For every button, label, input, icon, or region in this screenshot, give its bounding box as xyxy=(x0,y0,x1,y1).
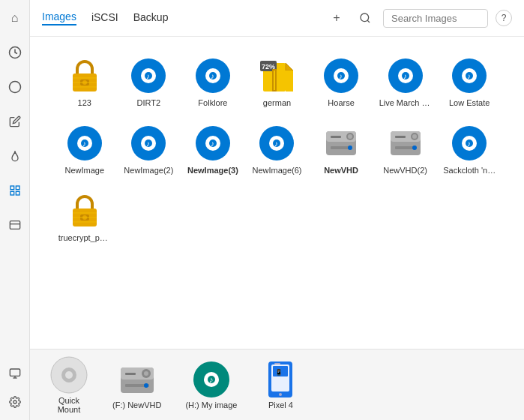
sidebar-icon-disk[interactable] xyxy=(4,214,25,236)
sidebar-icon-flame[interactable] xyxy=(4,146,25,166)
bottom-item-quickmount[interactable]: QuickMount xyxy=(45,352,93,417)
pixel4-icon: 📱 xyxy=(261,360,300,399)
item-label: german xyxy=(263,98,291,107)
sidebar-icon-grid[interactable] xyxy=(4,180,25,201)
list-item[interactable]: NewVHD xyxy=(309,119,373,179)
list-item[interactable]: ♪ DIRT2 xyxy=(117,52,181,112)
list-item[interactable]: ♪ Folklore xyxy=(181,52,245,112)
svg-rect-31 xyxy=(286,70,293,92)
item-icon-newimage3: ♪ xyxy=(193,124,232,163)
item-icon-dirt2: ♪ xyxy=(129,56,168,95)
bottom-item-hmyimage[interactable]: ♪ (H:) My image xyxy=(181,357,241,412)
item-label: Folklore xyxy=(198,98,227,107)
svg-rect-75 xyxy=(395,136,406,138)
svg-point-67 xyxy=(348,134,352,139)
item-icon-german: 72% xyxy=(257,56,296,95)
list-item[interactable]: ♪ Sackcloth 'n' A... xyxy=(437,119,502,179)
bottom-bar: QuickMount (F:) NewVHD xyxy=(30,349,524,420)
svg-rect-4 xyxy=(10,191,14,195)
item-label: NewVHD xyxy=(324,166,358,175)
bottom-item-fnewvhd[interactable]: (F:) NewVHD xyxy=(108,357,166,412)
main-panel: Images iSCSI Backup + ? xyxy=(30,0,524,420)
item-label: Hoarse xyxy=(328,98,354,107)
item-label: DIRT2 xyxy=(137,98,161,107)
svg-text:📱: 📱 xyxy=(275,368,283,376)
list-item[interactable]: NewVHD(2) xyxy=(373,119,438,179)
item-icon-newvhd2 xyxy=(386,124,425,163)
svg-text:♪: ♪ xyxy=(467,72,471,80)
list-item[interactable]: ♪ NewImage(2) xyxy=(117,119,181,179)
item-label: Sackcloth 'n' A... xyxy=(443,166,496,175)
item-icon-folklore: ♪ xyxy=(193,56,232,95)
item-icon-123 xyxy=(65,56,104,95)
list-item[interactable]: ♪ Live March 20... xyxy=(373,52,438,112)
list-item[interactable]: ♪ Hoarse xyxy=(309,52,373,112)
item-label: NewVHD(2) xyxy=(383,166,427,175)
svg-rect-6 xyxy=(10,221,19,230)
item-icon-newimage2: ♪ xyxy=(129,124,168,163)
svg-text:♪: ♪ xyxy=(211,140,214,148)
list-item[interactable]: 72% german xyxy=(245,52,310,112)
svg-point-12 xyxy=(361,14,369,22)
sidebar: ⌂ xyxy=(0,0,30,420)
bottom-item-pixel4[interactable]: 📱 Pixel 4 xyxy=(256,357,304,412)
svg-rect-95 xyxy=(125,373,136,375)
svg-point-70 xyxy=(348,146,352,150)
bottom-item-label: QuickMount xyxy=(58,396,81,414)
help-button[interactable]: ? xyxy=(496,10,512,26)
svg-rect-5 xyxy=(16,191,19,195)
list-item[interactable]: truecrypt_pass... xyxy=(52,187,117,247)
quickmount-icon xyxy=(49,356,88,394)
svg-point-11 xyxy=(13,400,16,404)
item-icon-newimage: ♪ xyxy=(65,124,104,163)
item-label: Low Estate xyxy=(449,98,490,107)
header-actions: + ? xyxy=(326,8,512,28)
item-label: NewImage(3) xyxy=(187,166,238,175)
svg-rect-3 xyxy=(16,186,19,190)
tab-backup[interactable]: Backup xyxy=(133,11,169,25)
sidebar-icon-tag[interactable] xyxy=(4,76,25,98)
item-label: NewImage(6) xyxy=(252,166,301,175)
svg-rect-105 xyxy=(274,363,280,364)
fnewvhd-icon xyxy=(118,360,157,399)
item-icon-sackcloth: ♪ xyxy=(450,124,489,163)
svg-line-13 xyxy=(367,20,370,22)
item-icon-newimage6: ♪ xyxy=(257,124,296,163)
search-button[interactable] xyxy=(355,8,376,28)
svg-text:♪: ♪ xyxy=(146,140,150,148)
sidebar-icon-clock[interactable] xyxy=(4,42,25,63)
hmyimage-icon: ♪ xyxy=(192,360,231,399)
svg-text:♪: ♪ xyxy=(467,140,471,148)
svg-rect-2 xyxy=(10,186,14,190)
tab-images[interactable]: Images xyxy=(42,10,76,26)
image-grid: 123 ♪ DIRT2 xyxy=(52,52,502,247)
svg-point-90 xyxy=(65,371,73,379)
list-item[interactable]: 123 xyxy=(52,52,117,112)
svg-text:♪: ♪ xyxy=(82,140,86,148)
bottom-item-label: Pixel 4 xyxy=(268,400,293,410)
list-item[interactable]: ♪ Low Estate xyxy=(437,52,502,112)
svg-point-97 xyxy=(144,383,148,388)
svg-rect-68 xyxy=(331,136,341,138)
svg-point-74 xyxy=(412,134,417,139)
tab-iscsi[interactable]: iSCSI xyxy=(91,11,118,25)
item-icon-newvhd xyxy=(322,124,361,163)
svg-point-94 xyxy=(144,371,148,376)
list-item[interactable]: ♪ NewImage(6) xyxy=(245,119,310,179)
svg-rect-35 xyxy=(274,70,275,90)
list-item[interactable]: ♪ NewImage(3) xyxy=(181,119,245,179)
svg-text:♪: ♪ xyxy=(339,72,343,80)
search-input[interactable] xyxy=(383,9,488,28)
add-button[interactable]: + xyxy=(326,8,347,28)
sidebar-icon-home[interactable]: ⌂ xyxy=(4,8,25,28)
svg-point-77 xyxy=(412,146,417,150)
sidebar-icon-edit[interactable] xyxy=(4,111,25,132)
sidebar-icon-monitor[interactable] xyxy=(4,363,25,384)
svg-text:♪: ♪ xyxy=(211,72,214,80)
bottom-item-label: (H:) My image xyxy=(185,400,237,410)
header: Images iSCSI Backup + ? xyxy=(30,0,524,37)
item-icon-hoarse: ♪ xyxy=(322,56,361,95)
sidebar-icon-settings[interactable] xyxy=(4,392,25,412)
list-item[interactable]: ♪ NewImage xyxy=(52,119,117,179)
item-label: truecrypt_pass... xyxy=(58,233,111,242)
